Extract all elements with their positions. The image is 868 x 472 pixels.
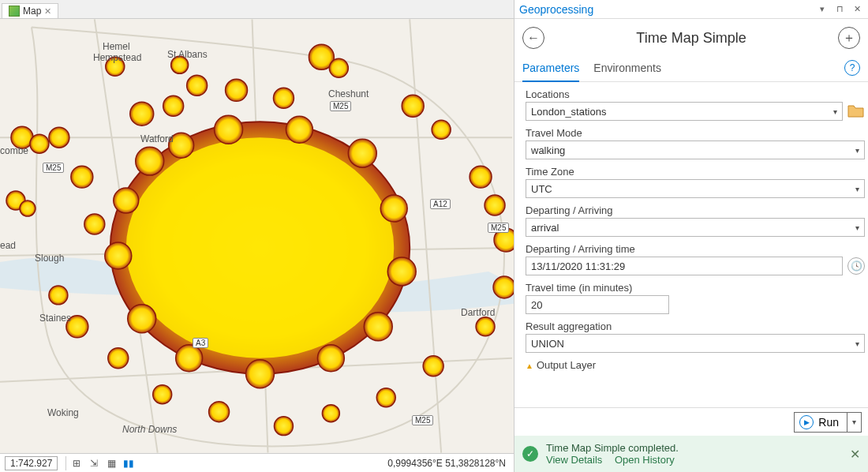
svg-point-32 (226, 79, 248, 101)
map-canvas[interactable]: HemelHempsteadSt AlbansCheshuntWatfordco… (0, 19, 514, 453)
svg-point-23 (209, 402, 230, 422)
svg-point-17 (493, 276, 514, 298)
table-icon[interactable]: ▦ (104, 456, 118, 470)
svg-point-19 (423, 356, 443, 376)
chevron-down-icon: ▾ (855, 223, 859, 232)
svg-point-15 (485, 195, 505, 215)
road-shield: M25 (488, 223, 509, 233)
isochrone-layer (6, 44, 514, 435)
pause-icon[interactable]: ▮▮ (122, 456, 136, 470)
map-pane: Map ✕ (0, 0, 514, 472)
place-label: St Albans (167, 49, 208, 60)
svg-point-27 (49, 286, 68, 305)
place-label: Slough (35, 253, 64, 264)
svg-point-36 (105, 242, 132, 269)
place-label: Dartford (461, 307, 495, 318)
place-label: Cheshunt (328, 88, 369, 99)
svg-point-38 (176, 345, 203, 372)
svg-point-44 (348, 139, 376, 167)
place-label: Hemel (103, 41, 130, 52)
chevron-down-icon: ▾ (833, 107, 837, 116)
tool-name: Time Map Simple (544, 30, 838, 47)
locations-dropdown[interactable]: London_stations ▾ (526, 102, 843, 121)
svg-point-33 (273, 88, 294, 108)
app-root: Map ✕ (0, 0, 868, 472)
help-icon[interactable]: ? (844, 60, 860, 76)
result-agg-value: UNION (531, 338, 564, 350)
place-label: ead (0, 240, 16, 251)
result-agg-dropdown[interactable]: UNION ▾ (526, 334, 865, 353)
tab-parameters[interactable]: Parameters (522, 57, 579, 82)
svg-point-35 (114, 188, 139, 213)
svg-point-43 (380, 195, 407, 222)
place-label: North Downs (122, 424, 177, 435)
dep-arr-label: Departing / Arriving (526, 204, 865, 216)
time-zone-value: UTC (531, 183, 552, 195)
output-layer-label: Output Layer (526, 359, 865, 371)
run-button[interactable]: ▶ Run (794, 412, 847, 433)
cursor-coords: 0,9994356°E 51,3828128°N (387, 458, 514, 469)
svg-point-14 (470, 166, 492, 188)
geoprocessing-pane: Geoprocessing ▾ ⊓ ✕ ← Time Map Simple ＋ … (514, 0, 868, 472)
place-label: Hempstead (93, 52, 141, 63)
pin-icon[interactable]: ⊓ (833, 3, 846, 16)
chevron-down-icon: ▾ (855, 146, 859, 155)
svg-point-11 (329, 58, 348, 77)
scale-input[interactable]: 1:742.927 (5, 456, 58, 470)
run-dropdown[interactable]: ▾ (847, 412, 862, 433)
svg-point-28 (84, 214, 105, 234)
dep-arr-dropdown[interactable]: arrival ▾ (526, 218, 865, 237)
pane-title: Geoprocessing (519, 3, 593, 16)
svg-point-20 (376, 388, 395, 407)
view-details-link[interactable]: View Details (546, 454, 602, 466)
place-label: Woking (47, 407, 79, 418)
success-icon: ✓ (522, 446, 538, 462)
open-history-link[interactable]: Open History (615, 454, 675, 466)
dep-arr-time-label: Departing / Arriving time (526, 243, 865, 255)
browse-folder-icon[interactable] (847, 103, 865, 119)
add-button[interactable]: ＋ (838, 27, 860, 49)
map-tab[interactable]: Map ✕ (2, 3, 58, 18)
back-button[interactable]: ← (522, 27, 544, 49)
basemap-svg (0, 19, 514, 453)
travel-mode-label: Travel Mode (526, 127, 865, 139)
close-pane-icon[interactable]: ✕ (851, 3, 863, 16)
map-status-bar: 1:742.927 ⊞ ⇲ ▦ ▮▮ 0,9994356°E 51,382812… (0, 453, 514, 472)
chevron-down-icon: ▾ (855, 339, 859, 348)
svg-point-31 (163, 96, 184, 116)
gp-result-bar: ✓ Time Map Simple completed. View Detail… (514, 436, 868, 472)
dropdown-icon[interactable]: ▾ (816, 3, 829, 16)
travel-time-input[interactable] (526, 295, 669, 314)
clock-icon[interactable]: 🕓 (847, 257, 865, 275)
road-shield: M25 (330, 101, 351, 111)
result-message: Time Map Simple completed. (546, 442, 842, 454)
gp-tabs: Parameters Environments ? (514, 57, 868, 82)
svg-point-40 (317, 345, 344, 372)
dep-arr-time-input[interactable] (526, 257, 843, 275)
svg-point-29 (71, 166, 93, 188)
svg-point-21 (322, 405, 339, 422)
svg-point-37 (128, 305, 156, 333)
svg-point-22 (274, 417, 293, 436)
result-agg-label: Result aggregation (526, 320, 865, 332)
time-zone-dropdown[interactable]: UTC ▾ (526, 179, 865, 198)
gp-tool-header: ← Time Map Simple ＋ (514, 19, 868, 57)
travel-mode-dropdown[interactable]: walking ▾ (526, 140, 865, 159)
chevron-down-icon: ▾ (855, 185, 859, 193)
svg-point-18 (476, 317, 495, 336)
gp-titlebar: Geoprocessing ▾ ⊓ ✕ (514, 0, 868, 19)
travel-time-label: Travel time (in minutes) (526, 282, 865, 294)
locations-value: London_stations (531, 106, 606, 118)
svg-point-9 (187, 75, 208, 96)
svg-point-30 (130, 102, 154, 125)
close-icon[interactable]: ✕ (44, 6, 51, 17)
svg-point-24 (153, 385, 172, 404)
coords-tool-icon[interactable]: ⇲ (87, 456, 101, 470)
map-doc-icon (9, 6, 20, 17)
svg-point-6 (20, 200, 36, 216)
time-zone-label: Time Zone (526, 166, 865, 178)
dep-arr-value: arrival (531, 222, 559, 234)
grid-icon[interactable]: ⊞ (69, 456, 84, 470)
close-result-icon[interactable]: ✕ (850, 447, 860, 462)
tab-environments[interactable]: Environments (593, 57, 661, 81)
